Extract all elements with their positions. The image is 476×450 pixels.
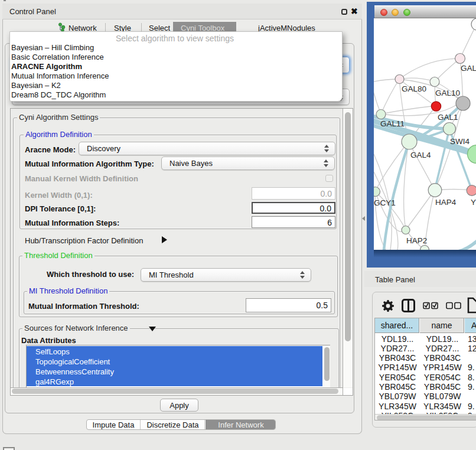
svg-text:YE: YE	[471, 198, 476, 207]
svg-text:GAL4: GAL4	[410, 151, 431, 159]
svg-text:GAL11: GAL11	[380, 119, 405, 128]
svg-text:HAP2: HAP2	[406, 236, 427, 245]
svg-text:HAP4: HAP4	[435, 198, 457, 207]
svg-text:GAL2: GAL2	[461, 64, 476, 73]
svg-text:SWI4: SWI4	[450, 137, 470, 146]
svg-text:GCY1: GCY1	[374, 198, 396, 207]
svg-text:GAL1: GAL1	[438, 113, 458, 122]
svg-text:GAL10: GAL10	[435, 89, 460, 97]
svg-text:GAL80: GAL80	[402, 84, 426, 93]
